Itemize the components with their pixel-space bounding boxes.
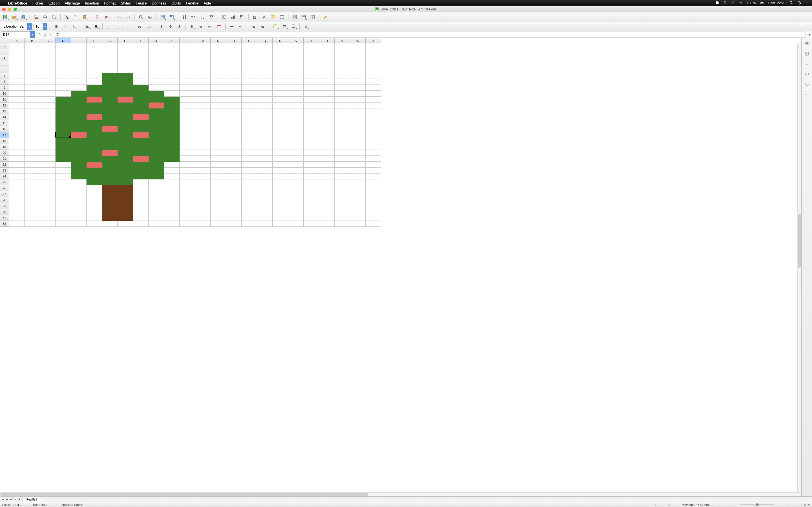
cell-X18[interactable]: [366, 138, 381, 144]
cell-S21[interactable]: [288, 156, 304, 162]
cell-P12[interactable]: [242, 103, 257, 108]
cell-F31[interactable]: [87, 215, 102, 221]
cell-N10[interactable]: [211, 91, 226, 97]
sidebar-styles-icon[interactable]: T: [803, 60, 811, 68]
cell-B17[interactable]: [24, 132, 40, 138]
cell-Q27[interactable]: [257, 191, 273, 197]
cell-T29[interactable]: [304, 203, 319, 209]
cell-G24[interactable]: [102, 173, 117, 179]
cell-W14[interactable]: [350, 114, 366, 120]
cell-A11[interactable]: [9, 97, 24, 103]
row-header-29[interactable]: 29: [0, 203, 9, 209]
cell-T8[interactable]: [304, 79, 319, 85]
open-button[interactable]: ▼: [11, 13, 18, 21]
cell-S5[interactable]: [288, 61, 304, 67]
cell-V21[interactable]: [335, 156, 350, 162]
cell-U4[interactable]: [319, 55, 335, 61]
cell-S3[interactable]: [288, 49, 304, 55]
cell-G28[interactable]: [102, 197, 117, 203]
cell-F26[interactable]: [87, 185, 102, 191]
cell-I22[interactable]: [133, 162, 149, 168]
sidebar-navigator-icon[interactable]: [803, 80, 811, 88]
column-header-A[interactable]: A: [9, 38, 24, 43]
cell-O15[interactable]: [226, 120, 242, 126]
cell-M24[interactable]: [195, 173, 211, 179]
cell-V24[interactable]: [335, 173, 350, 179]
horizontal-scrollbar[interactable]: [0, 492, 801, 496]
cell-J2[interactable]: [149, 43, 164, 49]
cell-P27[interactable]: [242, 191, 257, 197]
row-header-10[interactable]: 10: [0, 91, 9, 97]
cell-I23[interactable]: [133, 168, 149, 173]
font-color-button[interactable]: A▼: [84, 23, 91, 30]
cell-G27[interactable]: [102, 191, 117, 197]
cell-K19[interactable]: [164, 144, 180, 150]
cell-D6[interactable]: [56, 67, 71, 73]
cell-M12[interactable]: [195, 103, 211, 108]
cell-N8[interactable]: [211, 79, 226, 85]
cell-T19[interactable]: [304, 144, 319, 150]
cell-O5[interactable]: [226, 61, 242, 67]
cell-F16[interactable]: [87, 126, 102, 132]
cell-N30[interactable]: [211, 209, 226, 215]
cell-J23[interactable]: [149, 168, 164, 173]
cell-O20[interactable]: [226, 150, 242, 156]
cell-J12[interactable]: [149, 103, 164, 108]
cell-M27[interactable]: [195, 191, 211, 197]
cell-B32[interactable]: [24, 221, 40, 227]
column-header-B[interactable]: B: [24, 38, 40, 43]
insert-pivot-button[interactable]: [239, 13, 246, 21]
row-header-30[interactable]: 30: [0, 209, 9, 215]
cell-R4[interactable]: [273, 55, 288, 61]
cell-L10[interactable]: [180, 91, 195, 97]
cell-J9[interactable]: [149, 85, 164, 91]
cell-W16[interactable]: [350, 126, 366, 132]
cell-O16[interactable]: [226, 126, 242, 132]
cell-D9[interactable]: [56, 85, 71, 91]
font-name-dropdown-icon[interactable]: ▼: [28, 23, 32, 30]
cell-D27[interactable]: [56, 191, 71, 197]
column-header-U[interactable]: U: [319, 38, 335, 43]
cell-U17[interactable]: [319, 132, 335, 138]
cell-X13[interactable]: [366, 108, 381, 114]
cell-B9[interactable]: [24, 85, 40, 91]
cell-E28[interactable]: [71, 197, 87, 203]
cell-A25[interactable]: [9, 179, 24, 185]
row-header-9[interactable]: 9: [0, 85, 9, 91]
cell-Q26[interactable]: [257, 185, 273, 191]
cell-E31[interactable]: [71, 215, 87, 221]
cell-L30[interactable]: [180, 209, 195, 215]
cell-L29[interactable]: [180, 203, 195, 209]
sort-desc-button[interactable]: ZA: [199, 13, 206, 21]
cell-M2[interactable]: [195, 43, 211, 49]
define-range-button[interactable]: [291, 13, 298, 21]
cell-T25[interactable]: [304, 179, 319, 185]
print-preview-button[interactable]: [50, 13, 58, 21]
cell-P23[interactable]: [242, 168, 257, 173]
cell-J32[interactable]: [149, 221, 164, 227]
cell-X3[interactable]: [366, 49, 381, 55]
cell-C29[interactable]: [40, 203, 56, 209]
cell-X24[interactable]: [366, 173, 381, 179]
cell-B6[interactable]: [24, 67, 40, 73]
cell-I19[interactable]: [133, 144, 149, 150]
cell-S24[interactable]: [288, 173, 304, 179]
cell-H10[interactable]: [117, 91, 133, 97]
cell-M15[interactable]: [195, 120, 211, 126]
cell-F17[interactable]: [87, 132, 102, 138]
font-size-input[interactable]: [35, 24, 42, 29]
cell-S18[interactable]: [288, 138, 304, 144]
cell-A24[interactable]: [9, 173, 24, 179]
cell-D25[interactable]: [56, 179, 71, 185]
cell-H32[interactable]: [117, 221, 133, 227]
cell-N2[interactable]: [211, 43, 226, 49]
cell-N5[interactable]: [211, 61, 226, 67]
cell-C4[interactable]: [40, 55, 56, 61]
cell-M11[interactable]: [195, 97, 211, 103]
cell-P9[interactable]: [242, 85, 257, 91]
cell-X19[interactable]: [366, 144, 381, 150]
cell-R29[interactable]: [273, 203, 288, 209]
insert-hyperlink-button[interactable]: [260, 13, 267, 21]
cell-B23[interactable]: [24, 168, 40, 173]
cell-T11[interactable]: [304, 97, 319, 103]
